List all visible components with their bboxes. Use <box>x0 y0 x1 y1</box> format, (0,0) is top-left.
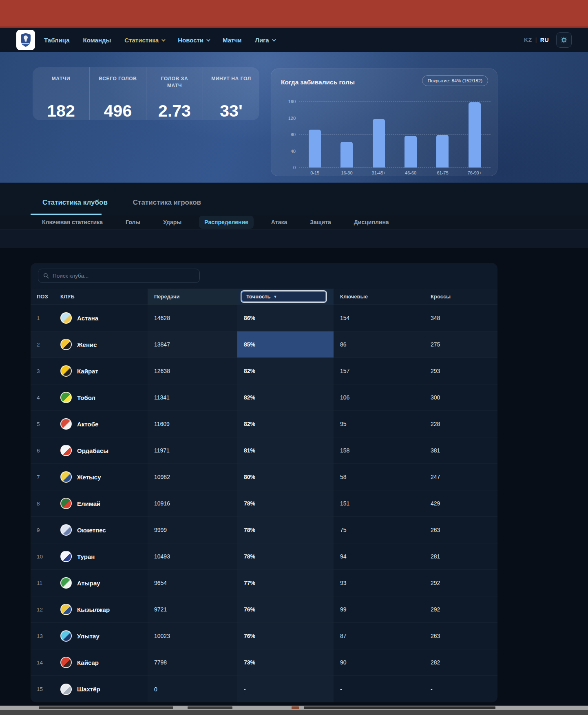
crosses-cell: - <box>424 676 497 702</box>
club-name: Туран <box>77 553 95 560</box>
passes-cell: 11341 <box>148 384 237 410</box>
crosses-cell: 263 <box>424 623 497 649</box>
table-row[interactable]: 8Елимай1091678%151429 <box>31 490 497 517</box>
stat-card-total-goals: ВСЕГО ГОЛОВ 496 <box>89 67 146 120</box>
row-position: 2 <box>31 331 53 358</box>
chip-attack[interactable]: Атака <box>266 216 292 229</box>
header-crosses[interactable]: Кроссы <box>424 289 497 305</box>
club-logo <box>60 524 72 536</box>
crosses-cell: 292 <box>424 570 497 596</box>
header-key-passes[interactable]: Ключевые <box>334 289 424 305</box>
table-row[interactable]: 3Кайрат1263882%157293 <box>31 358 497 384</box>
chart-bar <box>436 135 449 168</box>
language-switcher[interactable]: KZ | RU <box>524 37 549 43</box>
passes-cell: 9721 <box>148 596 237 622</box>
stat-value: 2.73 <box>146 102 203 120</box>
chip-key-stats[interactable]: Ключевая статистика <box>37 216 108 229</box>
nav-item-table[interactable]: Таблица <box>44 37 70 44</box>
table-row[interactable]: 14Кайсар779873%90282 <box>31 649 497 676</box>
club-logo <box>60 418 72 430</box>
passes-cell: 9999 <box>148 517 237 543</box>
row-position: 4 <box>31 384 53 410</box>
passes-cell: 11609 <box>148 411 237 437</box>
club-name: Улытау <box>77 633 99 640</box>
key-passes-cell: 94 <box>334 543 424 569</box>
passes-cell: 9654 <box>148 570 237 596</box>
crosses-cell: 348 <box>424 305 497 331</box>
chip-goals[interactable]: Голы <box>120 216 146 229</box>
stat-card-goals-per-match: ГОЛОВ ЗА МАТЧ 2.73 <box>146 67 203 120</box>
table-row[interactable]: 2Женис1384785%86275 <box>31 331 497 358</box>
table-row[interactable]: 5Актобе1160982%95228 <box>31 411 497 437</box>
table-row[interactable]: 6Ордабасы1197181%158381 <box>31 437 497 464</box>
row-position: 11 <box>31 570 53 596</box>
table-row[interactable]: 13Улытау1002376%87263 <box>31 623 497 649</box>
lang-ru[interactable]: RU <box>540 37 549 43</box>
row-position: 1 <box>31 305 53 331</box>
league-logo[interactable] <box>16 30 35 50</box>
chip-discipline[interactable]: Дисциплина <box>349 216 394 229</box>
table-row[interactable]: 10Туран1049378%94281 <box>31 543 497 570</box>
chip-defence[interactable]: Защита <box>305 216 336 229</box>
row-position: 9 <box>31 517 53 543</box>
nav-item-league[interactable]: Лига <box>255 37 274 44</box>
tab-club-stats[interactable]: Статистика клубов <box>42 199 108 215</box>
x-tick-label: 61-75 <box>437 170 448 175</box>
hero-section: МАТЧИ 182 ВСЕГО ГОЛОВ 496 ГОЛОВ ЗА МАТЧ … <box>0 52 588 183</box>
crosses-cell: 263 <box>424 517 497 543</box>
accuracy-sort-button[interactable]: Точность ▼ <box>241 291 326 302</box>
header-club[interactable]: КЛУБ <box>53 289 148 305</box>
table-row[interactable]: 4Тобол1134182%106300 <box>31 384 497 411</box>
crosses-cell: 300 <box>424 384 497 410</box>
chart-bars: 0-1516-3031-45+46-6061-7576-90+ <box>299 102 491 168</box>
club-cell: Астана <box>53 305 148 331</box>
accuracy-cell: 78% <box>237 517 334 543</box>
table-row[interactable]: 9Окжетпес999978%75263 <box>31 517 497 543</box>
club-name: Жетысу <box>77 474 101 481</box>
nav-item-news[interactable]: Новости <box>178 37 209 44</box>
club-logo <box>60 445 72 456</box>
key-passes-cell: - <box>334 676 424 702</box>
table-row[interactable]: 11Атырау965477%93292 <box>31 570 497 596</box>
lang-kz[interactable]: KZ <box>524 37 532 43</box>
y-tick-label: 120 <box>281 116 296 121</box>
table-row[interactable]: 7Жетысу1098280%58247 <box>31 464 497 490</box>
passes-cell: 11971 <box>148 437 237 463</box>
club-logo <box>60 630 72 642</box>
tab-player-stats[interactable]: Статистика игроков <box>133 199 201 215</box>
table-row[interactable]: 15Шахтёр0--- <box>31 676 497 702</box>
club-name: Астана <box>77 315 98 322</box>
nav-item-matches[interactable]: Матчи <box>223 37 241 44</box>
x-tick-label: 46-60 <box>405 170 416 175</box>
passes-cell: 10023 <box>148 623 237 649</box>
row-position: 13 <box>31 623 53 649</box>
stat-value: 182 <box>33 102 89 120</box>
window-fragment <box>292 706 299 709</box>
chip-shots[interactable]: Удары <box>158 216 187 229</box>
nav-label: Статистика <box>124 37 159 44</box>
table-row[interactable]: 1Астана1462886%154348 <box>31 305 497 331</box>
key-passes-cell: 93 <box>334 570 424 596</box>
section-band <box>0 230 588 248</box>
passes-cell: 10982 <box>148 464 237 490</box>
nav-item-teams[interactable]: Команды <box>83 37 111 44</box>
nav-item-statistics[interactable]: Статистика <box>124 37 164 44</box>
goals-timing-chart: Когда забивались голы Покрытие: 84% (152… <box>271 68 497 176</box>
club-search[interactable] <box>38 269 200 283</box>
table-row[interactable]: 12Кызылжар972176%99292 <box>31 596 497 623</box>
accuracy-cell: 77% <box>237 570 334 596</box>
search-input[interactable] <box>53 273 195 279</box>
chip-distribution[interactable]: Распределение <box>199 216 254 229</box>
x-tick-label: 76-90+ <box>468 170 482 175</box>
accuracy-cell: 76% <box>237 596 334 622</box>
theme-toggle-button[interactable] <box>556 32 572 48</box>
taskbar-strip <box>0 710 588 715</box>
chart-slot: 0-15 <box>299 102 331 168</box>
nav-menu: Таблица Команды Статистика Новости Матчи… <box>44 37 275 44</box>
row-position: 15 <box>31 676 53 702</box>
crosses-cell: 275 <box>424 331 497 358</box>
chart-bar <box>309 130 321 168</box>
header-passes[interactable]: Передачи <box>148 289 237 305</box>
stat-label: МИНУТ НА ГОЛ <box>211 75 252 82</box>
header-position[interactable]: ПОЗ <box>31 289 53 305</box>
